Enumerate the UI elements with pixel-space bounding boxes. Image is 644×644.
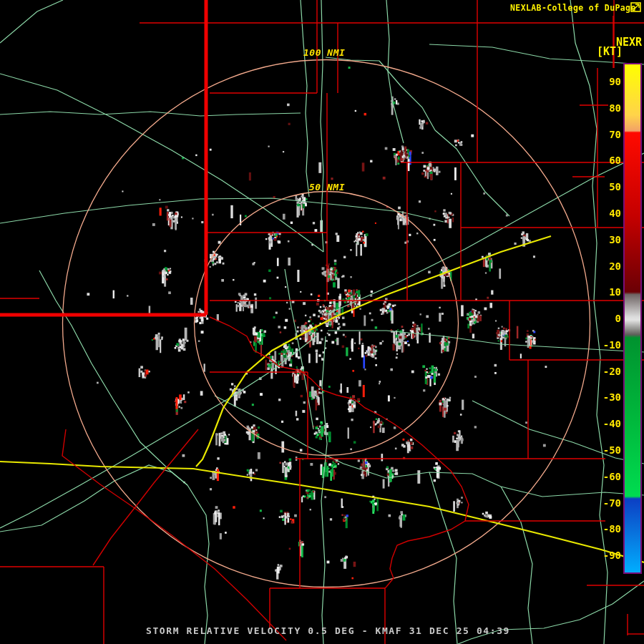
colorbar-tick: -50 <box>592 444 621 456</box>
colorbar-tick: 80 <box>592 102 621 114</box>
colorbar-tick: -40 <box>592 418 621 429</box>
colorbar-tick: 40 <box>592 208 621 219</box>
colorbar-tick: -90 <box>592 550 621 561</box>
colorbar-tick: -10 <box>592 339 621 351</box>
colorbar-units-label: [KT] <box>597 45 623 58</box>
colorbar-tick: 10 <box>592 286 621 298</box>
colorbar-tick: 30 <box>592 234 621 245</box>
cod-weather-logo-icon <box>630 2 643 13</box>
colorbar-tick: -30 <box>592 391 621 403</box>
colorbar-tick: 50 <box>592 181 621 192</box>
radar-product-viewer: NEXLAB-College of DuPage NEXR [KT] 90807… <box>0 0 644 644</box>
brand-text: NEXLAB-College of DuPage <box>510 3 636 13</box>
colorbar-tick: 90 <box>592 76 621 87</box>
colorbar-tick: -80 <box>592 523 621 535</box>
colorbar-tick: 0 <box>592 313 621 324</box>
ring-label-100nmi: 100 NMI <box>303 47 345 58</box>
colorbar-tick: -60 <box>592 471 621 482</box>
product-title-text: STORM RELATIVE VELOCITY 0.5 DEG - KMAF 3… <box>146 625 510 636</box>
colorbar-tick: 70 <box>592 129 621 140</box>
radar-map-canvas <box>0 0 644 644</box>
colorbar-tick: 20 <box>592 260 621 272</box>
ring-label-50nmi: 50 NMI <box>309 182 345 192</box>
velocity-colorbar <box>623 63 642 574</box>
colorbar-tick: -70 <box>592 497 621 509</box>
colorbar-tick: -20 <box>592 366 621 377</box>
colorbar-tick: 60 <box>592 155 621 166</box>
